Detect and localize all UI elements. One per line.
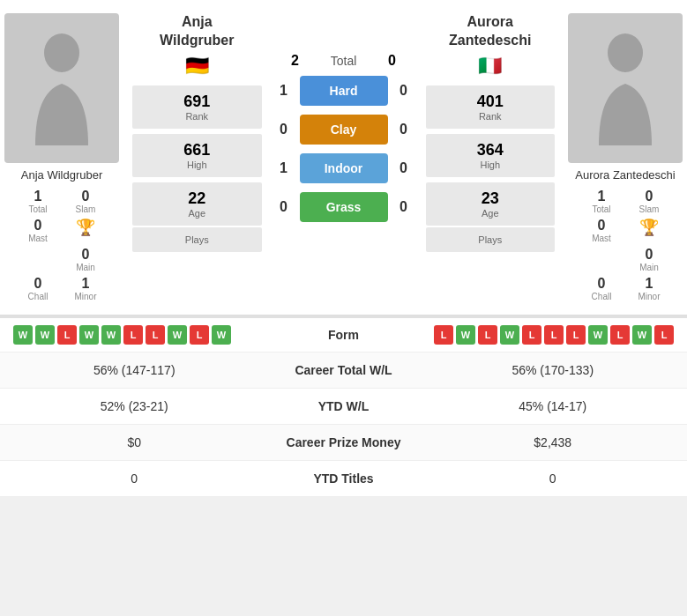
player2-minor-cell: 1 Minor (627, 276, 671, 301)
player1-mast-label: Mast (16, 234, 60, 243)
player1-plays-box: Plays (132, 227, 262, 252)
player2-main-value: 0 (627, 247, 671, 263)
player2-stats-grid: 1 Total 0 Slam 0 Mast 🏆 0 Main (568, 189, 683, 301)
player1-mast-value: 0 (16, 218, 60, 234)
surface-row-hard: 1 Hard 0 (275, 76, 413, 106)
player2-trophy-icon: 🏆 (627, 218, 671, 237)
stats-right-1: 45% (14-17) (432, 399, 675, 413)
form-badge-p2: W (632, 325, 652, 345)
player2-rank-box: 401 Rank (426, 85, 556, 129)
player2-slam-cell: 0 Slam (627, 189, 671, 214)
player1-minor-value: 1 (63, 276, 108, 292)
player1-slam-value: 0 (63, 189, 108, 204)
player1-chall-label: Chall (16, 292, 60, 301)
stats-right-3: 0 (432, 471, 675, 486)
stats-right-2: $2,438 (432, 435, 675, 449)
stats-row: 52% (23-21) YTD W/L 45% (14-17) (0, 389, 687, 425)
player1-middle-panel: AnjaWildgruber 🇩🇪 691 Rank 661 High 22 A… (123, 9, 271, 306)
svg-point-0 (44, 33, 79, 72)
player1-rank-box: 691 Rank (132, 85, 262, 129)
stats-center-label-1: YTD W/L (256, 399, 432, 413)
clay-p1: 0 (275, 122, 293, 137)
grass-p1: 0 (275, 199, 293, 215)
form-badge-p1: L (123, 325, 143, 345)
player1-name: Anja Wildgruber (21, 168, 103, 182)
player2-rank-value: 401 (433, 93, 549, 111)
player2-chall-value: 0 (579, 276, 624, 292)
stats-row: 56% (147-117) Career Total W/L 56% (170-… (0, 353, 687, 389)
player2-age-value: 23 (433, 189, 549, 208)
player1-rank-value: 691 (139, 93, 255, 111)
clay-button[interactable]: Clay (300, 115, 388, 145)
form-badge-p2: W (456, 325, 475, 345)
grass-p2: 0 (395, 199, 413, 215)
surface-row-clay: 0 Clay 0 (275, 115, 413, 145)
player1-total-label: Total (16, 204, 60, 214)
players-section: Anja Wildgruber 1 Total 0 Slam 0 Mast 🏆 (0, 0, 687, 315)
player1-age-label: Age (139, 208, 255, 219)
player1-minor-cell: 1 Minor (63, 276, 108, 301)
total-row: 2 Total 0 (275, 53, 413, 69)
grass-button[interactable]: Grass (300, 192, 388, 222)
total-label: Total (309, 54, 379, 68)
form-row: WWLWWLLWLW Form LWLWLLLWLWL (0, 318, 687, 353)
main-container: Anja Wildgruber 1 Total 0 Slam 0 Mast 🏆 (0, 0, 687, 497)
player2-slam-value: 0 (627, 189, 671, 204)
player2-silhouette (590, 31, 661, 145)
player1-mast-cell: 0 Mast (16, 218, 60, 243)
clay-p2: 0 (395, 122, 413, 137)
player2-chall-cell: 0 Chall (579, 276, 624, 301)
player2-plays-box: Plays (426, 227, 556, 252)
player2-total-cell: 1 Total (579, 189, 624, 214)
player2-plays-label: Plays (433, 234, 549, 245)
player2-high-label: High (433, 160, 549, 170)
form-badge-p2: L (434, 325, 453, 345)
surface-row-indoor: 1 Indoor 0 (275, 153, 413, 183)
player1-main-label: Main (63, 263, 108, 272)
form-badge-p2: L (610, 325, 630, 345)
player2-age-label: Age (433, 208, 549, 219)
indoor-button[interactable]: Indoor (300, 153, 388, 183)
indoor-p1: 1 (275, 160, 293, 176)
form-badge-p2: W (500, 325, 519, 345)
player1-total-value: 1 (16, 189, 60, 204)
p1-total-compare: 2 (282, 53, 309, 69)
player1-trophy-cell: 🏆 (63, 218, 108, 243)
hard-button[interactable]: Hard (300, 76, 388, 106)
player2-trophy-cell: 🏆 (627, 218, 671, 243)
player2-card: Aurora Zantedeschi 1 Total 0 Slam 0 Mast… (564, 9, 687, 306)
player1-age-value: 22 (139, 189, 255, 208)
form-badge-p2: L (478, 325, 497, 345)
player1-silhouette (26, 31, 97, 145)
player2-avatar (568, 13, 683, 163)
form-badge-p1: L (146, 325, 165, 345)
form-badge-p1: W (212, 325, 231, 345)
player2-total-label: Total (579, 204, 624, 214)
player1-avatar (4, 13, 119, 163)
player1-main-value: 0 (63, 247, 108, 263)
form-badge-p1: W (168, 325, 187, 345)
player1-slam-label: Slam (63, 204, 108, 214)
form-badge-p2: W (588, 325, 608, 345)
player2-flag: 🇮🇹 (478, 55, 502, 78)
form-badge-p2: L (522, 325, 541, 345)
player2-rank-label: Rank (433, 111, 549, 122)
player2-minor-value: 1 (627, 276, 671, 292)
form-badge-p1: L (190, 325, 209, 345)
player1-minor-label: Minor (63, 292, 108, 301)
player1-plays-label: Plays (139, 234, 255, 245)
stats-left-1: 52% (23-21) (13, 399, 256, 413)
player2-slam-label: Slam (627, 204, 671, 214)
player1-slam-cell: 0 Slam (63, 189, 108, 214)
form-badge-p2: L (544, 325, 564, 345)
svg-point-1 (608, 33, 643, 72)
hard-p2: 0 (395, 83, 413, 99)
stats-rows-container: 56% (147-117) Career Total W/L 56% (170-… (0, 353, 687, 497)
stats-right-0: 56% (170-133) (432, 363, 675, 377)
form-badge-p1: W (79, 325, 99, 345)
form-badges-right: LWLWLLLWLWL (410, 325, 675, 345)
player2-high-box: 364 High (426, 134, 556, 177)
player1-chall-cell: 0 Chall (16, 276, 60, 301)
form-badge-p1: W (13, 325, 33, 345)
player1-high-value: 661 (139, 141, 255, 160)
